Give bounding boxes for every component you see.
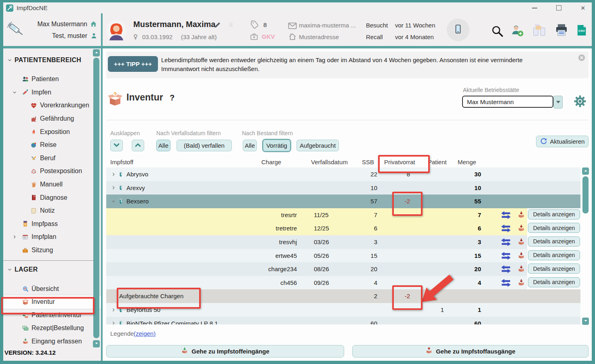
- sidebar-item-impfpass[interactable]: Impfpass: [3, 218, 101, 231]
- user-name[interactable]: Test, muster: [27, 32, 87, 40]
- vaccine-group-row[interactable]: Abrysvo22830: [106, 167, 580, 181]
- mobile-button[interactable]: [447, 19, 469, 41]
- table-scroll-up-button[interactable]: [582, 167, 589, 175]
- sidebar-item-diagnose[interactable]: Diagnose: [3, 191, 101, 204]
- menge-value: 3: [445, 235, 481, 249]
- practice-name[interactable]: Max Mustermann: [27, 21, 87, 28]
- expand-all-button[interactable]: [110, 140, 123, 151]
- sidebar-item-label: Manuell: [40, 181, 63, 188]
- stock-filter-available-button[interactable]: Vorrätig: [263, 140, 290, 151]
- sidebar-item-rezept-bestellung[interactable]: Rezept|Bestellung: [3, 322, 101, 335]
- expand-chevron-icon[interactable]: [111, 167, 116, 181]
- sidebar-item-impfplan[interactable]: Impfplan: [3, 230, 101, 244]
- sidebar-item-reise[interactable]: Reise: [3, 138, 101, 152]
- site-input[interactable]: Max Mustermann: [462, 96, 553, 108]
- sidebar-scrollbar-thumb[interactable]: [93, 58, 99, 338]
- expand-chevron-icon[interactable]: [111, 303, 116, 317]
- expiry-filter-expired-button[interactable]: (Bald) verfallen: [177, 140, 232, 151]
- search-icon[interactable]: [491, 25, 504, 39]
- batch-row[interactable]: ch45609/2644Details anzeigen: [106, 276, 580, 290]
- vaccine-group-row[interactable]: Bexsero57-255: [106, 195, 580, 208]
- patient-email[interactable]: maxima-musterma ...: [299, 22, 356, 29]
- add-patient-icon[interactable]: [511, 24, 524, 39]
- details-button[interactable]: Details anzeigen: [528, 236, 580, 247]
- collapse-all-button[interactable]: [132, 140, 144, 151]
- sidebar-item-impfen[interactable]: Impfen: [3, 86, 101, 99]
- transfer-icon[interactable]: [500, 251, 511, 260]
- details-button[interactable]: Details anzeigen: [528, 223, 580, 233]
- expand-chevron-icon[interactable]: [12, 90, 22, 95]
- goto-vaccine-incoming-button[interactable]: Gehe zu Impfstoffeingänge: [106, 345, 344, 358]
- patient-outgoing-icon[interactable]: [517, 265, 525, 273]
- csv-export-icon[interactable]: CSV: [576, 24, 587, 38]
- transfer-icon[interactable]: [500, 265, 511, 274]
- sidebar-item-gef-hrdung[interactable]: Gefährdung: [3, 112, 101, 126]
- sidebar-item-patienten[interactable]: Patienten: [3, 73, 101, 86]
- patient-outgoing-icon[interactable]: [517, 224, 525, 232]
- batch-row[interactable]: charge23408/262020Details anzeigen: [106, 262, 580, 276]
- tip-close-icon[interactable]: [578, 54, 585, 63]
- sidebar-item-exposition[interactable]: Exposition: [3, 125, 101, 138]
- sidebar-item-sitzung[interactable]: Sitzung: [3, 244, 101, 257]
- patient-avatar[interactable]: [106, 19, 127, 42]
- batch-row[interactable]: tretretre12/2566Details anzeigen: [106, 222, 580, 235]
- vaccine-group-row[interactable]: Beyfortus 5011: [106, 303, 580, 317]
- patient-outgoing-icon[interactable]: [517, 251, 525, 260]
- sidebar-section-lager[interactable]: LAGER: [3, 264, 101, 276]
- sidebar-item-postexposition[interactable]: Postexposition: [3, 165, 101, 178]
- sidebar-item-notiz[interactable]: Notiz: [3, 204, 101, 218]
- sidebar-item-eingang-erfassen[interactable]: Eingang erfassen: [3, 335, 101, 348]
- table-scroll-down-button[interactable]: [582, 318, 589, 325]
- goto-vaccine-outgoing-button[interactable]: Gehe zu Impfstoffausgänge: [352, 345, 589, 358]
- transfer-icon[interactable]: [500, 238, 511, 247]
- patient-outgoing-icon[interactable]: [517, 238, 525, 246]
- expand-chevron-icon[interactable]: [12, 234, 22, 239]
- sidebar-item-inventur[interactable]: ?Inventur: [3, 295, 101, 309]
- refresh-button[interactable]: Aktualisieren: [536, 136, 589, 147]
- details-button[interactable]: Details anzeigen: [528, 209, 580, 220]
- sidebar-item-patienteninventur[interactable]: Patienteninventur: [3, 309, 101, 322]
- details-button[interactable]: Details anzeigen: [528, 250, 580, 260]
- sidebar-item-beruf[interactable]: Beruf: [3, 152, 101, 165]
- expand-chevron-icon[interactable]: [111, 195, 116, 208]
- gear-icon[interactable]: [573, 94, 587, 108]
- site-dropdown-button[interactable]: [553, 96, 563, 109]
- batch-row[interactable]: ertwe4505/261515Details anzeigen: [106, 249, 580, 263]
- transfer-icon[interactable]: [500, 278, 511, 287]
- mail-icon: [288, 21, 297, 32]
- stock-filter-used-button[interactable]: Aufgebraucht: [296, 140, 339, 151]
- patient-outgoing-icon[interactable]: [517, 211, 525, 219]
- details-button[interactable]: Details anzeigen: [528, 277, 580, 287]
- maximize-button[interactable]: [553, 2, 565, 13]
- batch-row[interactable]: tresrtr11/2577Details anzeigen: [106, 208, 580, 222]
- sidebar-section-patientenbereich[interactable]: PATIENTENBEREICH: [3, 54, 101, 66]
- sidebar-item-vorerkrankungen[interactable]: Vorerkrankungen: [3, 99, 101, 112]
- batch-row[interactable]: tresvhj03/2633Details anzeigen: [106, 235, 580, 249]
- transfer-icon[interactable]: [500, 211, 511, 220]
- devices-chat-icon[interactable]: [532, 24, 546, 39]
- expiry-filter-all-button[interactable]: Alle: [156, 140, 170, 151]
- table-scrollbar-thumb[interactable]: [582, 176, 589, 213]
- spent-batches-row[interactable]: Aufgebrauchte Chargen2-2: [106, 289, 580, 303]
- stock-filter-all-button[interactable]: Alle: [243, 140, 257, 151]
- delete-icon[interactable]: [228, 21, 234, 29]
- patient-outgoing-icon[interactable]: [517, 278, 525, 287]
- minimize-button[interactable]: [528, 2, 540, 13]
- legend-show-link[interactable]: (zeigen): [134, 330, 156, 337]
- edit-icon[interactable]: [214, 21, 221, 30]
- patient-name: Mustermann, Maxima: [133, 20, 215, 29]
- sidebar-item-bersicht[interactable]: Übersicht: [3, 282, 101, 295]
- sidebar-scroll-down-button[interactable]: [93, 340, 100, 347]
- details-button[interactable]: Details anzeigen: [528, 264, 580, 274]
- vaccine-group-row[interactable]: BioNTech Pfizer Comirnaty LP 8.16060: [106, 317, 580, 324]
- expand-chevron-icon[interactable]: [111, 181, 116, 195]
- sidebar-scroll-up-button[interactable]: [93, 49, 100, 56]
- expand-chevron-icon[interactable]: [111, 317, 116, 324]
- print-icon[interactable]: [554, 24, 569, 38]
- sidebar-item-manuell[interactable]: Manuell: [3, 178, 101, 191]
- help-icon[interactable]: ?: [170, 93, 175, 103]
- close-button[interactable]: ×: [577, 2, 589, 13]
- tag-icon[interactable]: [250, 20, 259, 31]
- vaccine-group-row[interactable]: Arexvy1010: [106, 181, 580, 195]
- transfer-icon[interactable]: [500, 224, 511, 233]
